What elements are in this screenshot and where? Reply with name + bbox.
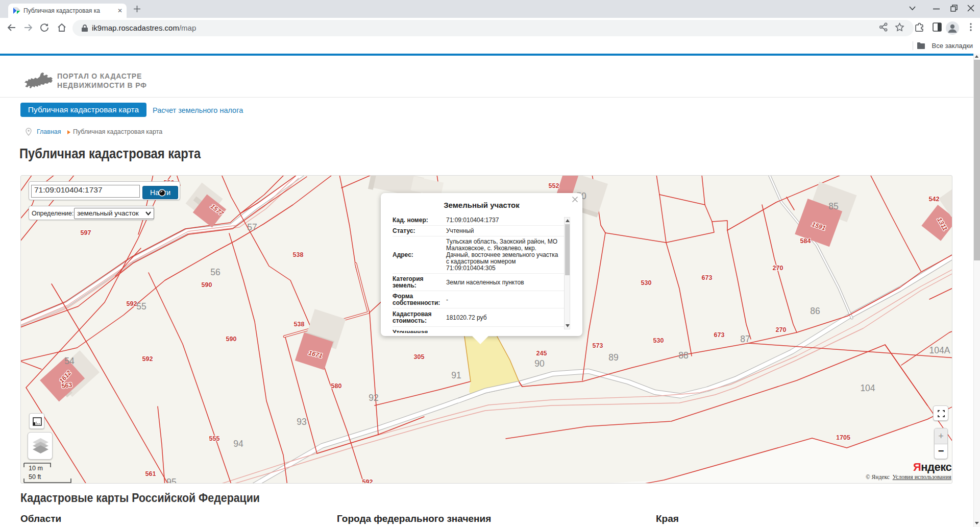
svg-text:93: 93 (297, 417, 306, 427)
svg-text:89: 89 (608, 352, 618, 363)
svg-text:673: 673 (714, 331, 725, 339)
svg-text:590: 590 (202, 281, 212, 289)
svg-text:592: 592 (142, 355, 153, 363)
svg-text:305: 305 (414, 353, 425, 361)
svg-text:530: 530 (641, 279, 652, 286)
svg-text:538: 538 (293, 251, 304, 258)
svg-text:673: 673 (702, 274, 713, 281)
svg-text:86: 86 (810, 306, 820, 316)
svg-text:592: 592 (362, 478, 373, 484)
svg-text:104A: 104A (929, 345, 950, 355)
svg-text:270: 270 (773, 265, 783, 272)
svg-text:597: 597 (81, 229, 91, 236)
svg-text:55: 55 (136, 301, 146, 312)
svg-text:92: 92 (369, 393, 378, 403)
svg-text:245: 245 (536, 350, 547, 357)
svg-text:592: 592 (127, 300, 137, 307)
svg-text:90: 90 (534, 358, 545, 369)
svg-text:270: 270 (776, 326, 787, 333)
svg-text:88: 88 (678, 350, 688, 361)
svg-text:57: 57 (247, 222, 257, 232)
svg-text:580: 580 (331, 382, 342, 390)
svg-text:91: 91 (451, 370, 461, 380)
svg-text:87: 87 (740, 334, 750, 344)
svg-text:10 m: 10 m (29, 465, 43, 472)
svg-text:530: 530 (653, 337, 664, 344)
svg-text:542: 542 (929, 196, 940, 203)
svg-text:50 ft: 50 ft (29, 473, 41, 481)
svg-text:56: 56 (210, 267, 220, 277)
svg-text:104: 104 (860, 383, 875, 393)
svg-text:563: 563 (61, 381, 73, 390)
svg-text:573: 573 (593, 342, 603, 349)
svg-text:54: 54 (64, 356, 75, 366)
svg-text:538: 538 (294, 321, 305, 328)
svg-text:552: 552 (549, 182, 559, 189)
svg-text:95: 95 (166, 477, 176, 484)
svg-text:584: 584 (800, 237, 811, 245)
svg-text:94: 94 (233, 439, 243, 449)
svg-text:561: 561 (145, 470, 156, 477)
svg-text:85: 85 (828, 201, 838, 211)
svg-text:555: 555 (209, 435, 220, 442)
svg-text:590: 590 (226, 336, 237, 343)
svg-text:1705: 1705 (836, 434, 850, 441)
